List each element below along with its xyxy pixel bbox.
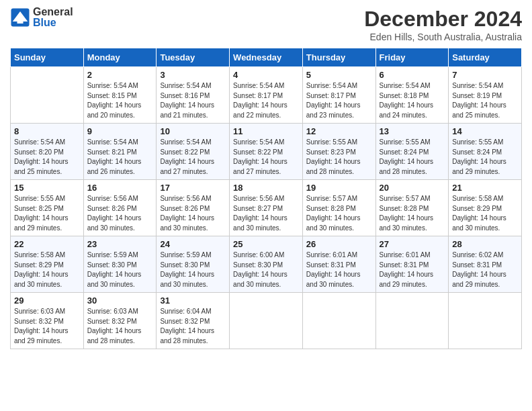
- day-number: 16: [87, 183, 153, 193]
- day-info: Sunrise: 5:58 AMSunset: 8:29 PMDaylight:…: [452, 194, 518, 233]
- calendar-cell: [11, 67, 84, 124]
- day-info: Sunrise: 5:58 AMSunset: 8:29 PMDaylight:…: [14, 250, 80, 289]
- day-info: Sunrise: 5:54 AMSunset: 8:15 PMDaylight:…: [87, 81, 153, 120]
- logo-icon: [10, 7, 30, 28]
- day-number: 19: [306, 183, 372, 193]
- svg-rect-2: [17, 21, 24, 24]
- day-number: 8: [14, 126, 80, 136]
- day-info: Sunrise: 6:01 AMSunset: 8:31 PMDaylight:…: [306, 250, 372, 289]
- calendar-cell: 15Sunrise: 5:55 AMSunset: 8:25 PMDayligh…: [11, 180, 84, 236]
- calendar-cell: 12Sunrise: 5:55 AMSunset: 8:23 PMDayligh…: [302, 124, 375, 180]
- calendar-week-5: 29Sunrise: 6:03 AMSunset: 8:32 PMDayligh…: [11, 293, 522, 349]
- day-info: Sunrise: 5:56 AMSunset: 8:26 PMDaylight:…: [160, 194, 226, 233]
- day-info: Sunrise: 5:55 AMSunset: 8:24 PMDaylight:…: [380, 138, 445, 177]
- day-number: 21: [452, 183, 518, 193]
- day-info: Sunrise: 5:54 AMSunset: 8:16 PMDaylight:…: [160, 81, 226, 120]
- calendar-cell: 17Sunrise: 5:56 AMSunset: 8:26 PMDayligh…: [157, 180, 230, 236]
- calendar-cell: [302, 293, 375, 349]
- day-info: Sunrise: 5:54 AMSunset: 8:22 PMDaylight:…: [233, 138, 299, 177]
- day-number: 9: [87, 126, 153, 136]
- day-info: Sunrise: 6:03 AMSunset: 8:32 PMDaylight:…: [14, 307, 80, 346]
- day-number: 24: [160, 239, 226, 249]
- calendar-table: Sunday Monday Tuesday Wednesday Thursday…: [10, 48, 522, 349]
- day-info: Sunrise: 5:59 AMSunset: 8:30 PMDaylight:…: [160, 250, 226, 289]
- calendar-cell: 2Sunrise: 5:54 AMSunset: 8:15 PMDaylight…: [83, 67, 157, 124]
- day-number: 25: [233, 239, 299, 249]
- calendar-title: December 2024: [364, 7, 522, 32]
- calendar-cell: 11Sunrise: 5:54 AMSunset: 8:22 PMDayligh…: [230, 124, 303, 180]
- col-saturday: Saturday: [449, 48, 522, 67]
- calendar-week-3: 15Sunrise: 5:55 AMSunset: 8:25 PMDayligh…: [11, 180, 522, 236]
- calendar-cell: 22Sunrise: 5:58 AMSunset: 8:29 PMDayligh…: [11, 236, 84, 293]
- day-info: Sunrise: 6:00 AMSunset: 8:30 PMDaylight:…: [233, 250, 299, 289]
- title-section: December 2024 Eden Hills, South Australi…: [364, 7, 522, 42]
- day-number: 29: [14, 295, 80, 306]
- col-wednesday: Wednesday: [230, 48, 303, 67]
- day-info: Sunrise: 6:04 AMSunset: 8:32 PMDaylight:…: [160, 307, 226, 346]
- day-info: Sunrise: 6:01 AMSunset: 8:31 PMDaylight:…: [380, 250, 445, 289]
- calendar-cell: 20Sunrise: 5:57 AMSunset: 8:28 PMDayligh…: [375, 180, 449, 236]
- day-number: 5: [306, 70, 372, 80]
- day-info: Sunrise: 5:57 AMSunset: 8:28 PMDaylight:…: [306, 194, 372, 233]
- calendar-cell: [375, 293, 449, 349]
- day-number: 10: [160, 126, 226, 136]
- day-info: Sunrise: 5:55 AMSunset: 8:23 PMDaylight:…: [306, 138, 372, 177]
- day-number: 22: [14, 239, 80, 249]
- calendar-cell: 28Sunrise: 6:02 AMSunset: 8:31 PMDayligh…: [449, 236, 522, 293]
- col-thursday: Thursday: [302, 48, 375, 67]
- calendar-cell: 5Sunrise: 5:54 AMSunset: 8:17 PMDaylight…: [302, 67, 375, 124]
- calendar-cell: 6Sunrise: 5:54 AMSunset: 8:18 PMDaylight…: [375, 67, 449, 124]
- day-info: Sunrise: 5:54 AMSunset: 8:18 PMDaylight:…: [380, 81, 445, 120]
- day-number: 17: [160, 183, 226, 193]
- calendar-cell: 16Sunrise: 5:56 AMSunset: 8:26 PMDayligh…: [83, 180, 157, 236]
- day-number: 7: [452, 70, 518, 80]
- calendar-cell: 30Sunrise: 6:03 AMSunset: 8:32 PMDayligh…: [83, 293, 157, 349]
- day-number: 15: [14, 183, 80, 193]
- calendar-cell: 10Sunrise: 5:54 AMSunset: 8:22 PMDayligh…: [157, 124, 230, 180]
- day-info: Sunrise: 5:54 AMSunset: 8:17 PMDaylight:…: [306, 81, 372, 120]
- day-info: Sunrise: 6:03 AMSunset: 8:32 PMDaylight:…: [87, 307, 153, 346]
- logo-text: General Blue: [33, 7, 73, 28]
- day-number: 11: [233, 126, 299, 136]
- day-number: 12: [306, 126, 372, 136]
- calendar-cell: 24Sunrise: 5:59 AMSunset: 8:30 PMDayligh…: [157, 236, 230, 293]
- calendar-cell: [230, 293, 303, 349]
- day-number: 4: [233, 70, 299, 80]
- page-header: General Blue December 2024 Eden Hills, S…: [10, 7, 522, 42]
- calendar-cell: 25Sunrise: 6:00 AMSunset: 8:30 PMDayligh…: [230, 236, 303, 293]
- calendar-cell: 26Sunrise: 6:01 AMSunset: 8:31 PMDayligh…: [302, 236, 375, 293]
- logo: General Blue: [10, 7, 73, 28]
- day-info: Sunrise: 5:54 AMSunset: 8:22 PMDaylight:…: [160, 138, 226, 177]
- calendar-cell: 23Sunrise: 5:59 AMSunset: 8:30 PMDayligh…: [83, 236, 157, 293]
- logo-general: General: [33, 7, 73, 17]
- day-number: 31: [160, 295, 226, 306]
- day-info: Sunrise: 5:56 AMSunset: 8:27 PMDaylight:…: [233, 194, 299, 233]
- day-number: 2: [87, 70, 153, 80]
- calendar-cell: 21Sunrise: 5:58 AMSunset: 8:29 PMDayligh…: [449, 180, 522, 236]
- calendar-cell: 14Sunrise: 5:55 AMSunset: 8:24 PMDayligh…: [449, 124, 522, 180]
- calendar-cell: 29Sunrise: 6:03 AMSunset: 8:32 PMDayligh…: [11, 293, 84, 349]
- calendar-cell: 9Sunrise: 5:54 AMSunset: 8:21 PMDaylight…: [83, 124, 157, 180]
- day-info: Sunrise: 5:54 AMSunset: 8:21 PMDaylight:…: [87, 138, 153, 177]
- calendar-subtitle: Eden Hills, South Australia, Australia: [364, 32, 522, 42]
- day-number: 3: [160, 70, 226, 80]
- calendar-cell: 27Sunrise: 6:01 AMSunset: 8:31 PMDayligh…: [375, 236, 449, 293]
- calendar-cell: 4Sunrise: 5:54 AMSunset: 8:17 PMDaylight…: [230, 67, 303, 124]
- day-info: Sunrise: 5:55 AMSunset: 8:25 PMDaylight:…: [14, 194, 80, 233]
- col-friday: Friday: [375, 48, 449, 67]
- calendar-cell: 8Sunrise: 5:54 AMSunset: 8:20 PMDaylight…: [11, 124, 84, 180]
- calendar-week-4: 22Sunrise: 5:58 AMSunset: 8:29 PMDayligh…: [11, 236, 522, 293]
- col-sunday: Sunday: [11, 48, 84, 67]
- day-number: 27: [380, 239, 445, 249]
- day-number: 20: [380, 183, 445, 193]
- calendar-cell: 3Sunrise: 5:54 AMSunset: 8:16 PMDaylight…: [157, 67, 230, 124]
- day-info: Sunrise: 5:54 AMSunset: 8:19 PMDaylight:…: [452, 81, 518, 120]
- day-number: 23: [87, 239, 153, 249]
- day-number: 18: [233, 183, 299, 193]
- day-info: Sunrise: 6:02 AMSunset: 8:31 PMDaylight:…: [452, 250, 518, 289]
- calendar-cell: 13Sunrise: 5:55 AMSunset: 8:24 PMDayligh…: [375, 124, 449, 180]
- calendar-week-2: 8Sunrise: 5:54 AMSunset: 8:20 PMDaylight…: [11, 124, 522, 180]
- col-tuesday: Tuesday: [157, 48, 230, 67]
- calendar-week-1: 2Sunrise: 5:54 AMSunset: 8:15 PMDaylight…: [11, 67, 522, 124]
- calendar-cell: 18Sunrise: 5:56 AMSunset: 8:27 PMDayligh…: [230, 180, 303, 236]
